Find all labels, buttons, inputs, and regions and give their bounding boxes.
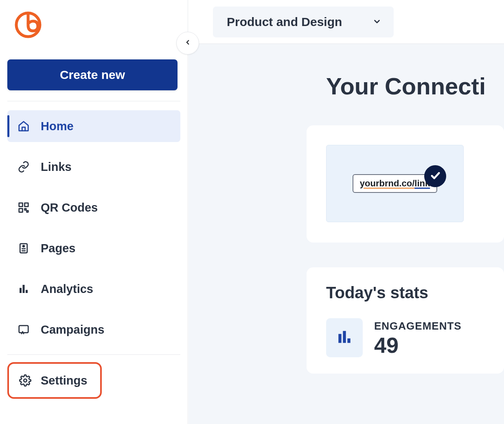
svg-rect-5 bbox=[27, 211, 28, 212]
create-new-button[interactable]: Create new bbox=[7, 59, 177, 90]
divider bbox=[7, 354, 180, 355]
nav-item-qr-codes[interactable]: QR Codes bbox=[7, 192, 180, 223]
branded-link-preview: yourbrnd.co/link bbox=[353, 174, 437, 193]
nav-label-pages: Pages bbox=[41, 242, 75, 255]
svg-point-7 bbox=[23, 245, 24, 247]
stats-title: Today's stats bbox=[326, 284, 504, 302]
pages-icon bbox=[16, 241, 31, 256]
check-badge bbox=[424, 165, 446, 187]
svg-rect-14 bbox=[338, 334, 341, 343]
nav-label-qr-codes: QR Codes bbox=[41, 201, 98, 214]
svg-rect-3 bbox=[19, 209, 23, 212]
create-new-label: Create new bbox=[60, 68, 125, 81]
nav-label-settings: Settings bbox=[41, 374, 87, 387]
page-title: Your Connecti bbox=[326, 72, 504, 100]
stat-value-engagements: 49 bbox=[374, 334, 462, 356]
chevron-left-icon bbox=[184, 39, 191, 48]
chevron-down-icon bbox=[373, 15, 381, 29]
gear-icon bbox=[18, 373, 33, 388]
stat-text: ENGAGEMENTS 49 bbox=[374, 320, 462, 356]
svg-point-13 bbox=[24, 379, 27, 382]
nav-item-analytics[interactable]: Analytics bbox=[7, 273, 180, 305]
nav-item-settings[interactable]: Settings bbox=[7, 362, 102, 399]
home-icon bbox=[16, 119, 31, 133]
svg-rect-4 bbox=[25, 209, 26, 210]
nav-item-home[interactable]: Home bbox=[7, 110, 180, 142]
svg-rect-15 bbox=[343, 331, 346, 343]
svg-rect-1 bbox=[19, 203, 23, 207]
qr-code-icon bbox=[16, 200, 31, 215]
svg-rect-10 bbox=[20, 288, 22, 293]
analytics-icon bbox=[16, 282, 31, 296]
collapse-sidebar-button[interactable] bbox=[176, 32, 199, 55]
svg-rect-16 bbox=[347, 339, 350, 343]
nav-label-home: Home bbox=[41, 120, 74, 133]
stat-label-engagements: ENGAGEMENTS bbox=[374, 320, 462, 332]
branded-link-domain: yourbrnd.co/ bbox=[360, 178, 414, 189]
divider bbox=[7, 101, 180, 101]
nav-item-links[interactable]: Links bbox=[7, 151, 180, 183]
svg-rect-2 bbox=[25, 203, 28, 207]
nav-item-pages[interactable]: Pages bbox=[7, 232, 180, 264]
link-icon bbox=[16, 160, 31, 174]
nav-item-campaigns[interactable]: Campaigns bbox=[7, 314, 180, 345]
promo-card: yourbrnd.co/link bbox=[307, 125, 504, 243]
topbar: Product and Design bbox=[188, 0, 504, 44]
workspace-dropdown-label: Product and Design bbox=[227, 15, 342, 29]
svg-rect-12 bbox=[26, 290, 28, 293]
nav-label-links: Links bbox=[41, 160, 72, 174]
nav-label-campaigns: Campaigns bbox=[41, 323, 104, 337]
main-content: Product and Design Your Connecti yourbrn… bbox=[188, 0, 504, 424]
bitly-logo[interactable] bbox=[15, 11, 180, 40]
stats-card: Today's stats ENGAGEMENTS 49 bbox=[307, 267, 504, 374]
stat-icon-box bbox=[326, 318, 363, 357]
workspace-dropdown[interactable]: Product and Design bbox=[213, 7, 394, 37]
check-icon bbox=[429, 170, 441, 183]
sidebar: Create new Home Links QR Codes Pages Ana… bbox=[0, 0, 188, 424]
nav-label-analytics: Analytics bbox=[41, 282, 93, 296]
stat-row-engagements: ENGAGEMENTS 49 bbox=[326, 318, 504, 357]
promo-card-inner: yourbrnd.co/link bbox=[326, 145, 464, 222]
svg-rect-11 bbox=[23, 285, 25, 293]
bar-chart-icon bbox=[335, 328, 353, 348]
campaigns-icon bbox=[16, 322, 31, 337]
